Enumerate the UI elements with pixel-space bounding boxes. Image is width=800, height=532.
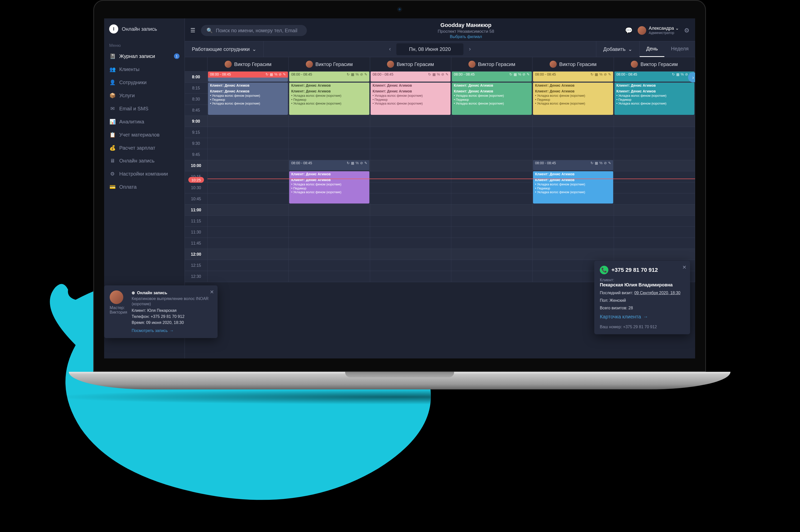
time-slot[interactable] bbox=[614, 238, 695, 249]
time-slot[interactable] bbox=[370, 127, 451, 138]
prev-day-button[interactable]: ‹ bbox=[383, 46, 396, 52]
search-input[interactable]: 🔍 Поиск по имени, номеру тел, Email bbox=[201, 25, 307, 36]
appointment-card[interactable]: Клиент: Денис АгимовКлиент: Денис Агимов… bbox=[615, 83, 694, 115]
time-slot[interactable] bbox=[289, 149, 370, 160]
time-slot[interactable] bbox=[614, 205, 695, 215]
logo[interactable]: I Онлайн запись bbox=[104, 18, 185, 40]
time-slot[interactable] bbox=[207, 271, 289, 282]
close-icon[interactable]: ✕ bbox=[682, 264, 687, 270]
time-slot[interactable] bbox=[207, 171, 289, 182]
add-button[interactable]: Добавить ⌄ bbox=[596, 41, 640, 57]
appointment-card[interactable]: 08:00 - 08:45↻▦%⊘✎ bbox=[289, 72, 369, 82]
time-slot[interactable] bbox=[370, 271, 451, 282]
time-slot[interactable]: Клиент: Денис АгимовКлиент: Денис Агимов… bbox=[532, 171, 614, 182]
time-slot[interactable]: 08:00 - 08:45↻▦%⊘✎ bbox=[289, 160, 370, 171]
appointment-card[interactable]: Клиент: Денис АгимовКлиент: Денис Агимов… bbox=[533, 83, 613, 115]
time-slot[interactable] bbox=[370, 193, 451, 204]
appointment-card[interactable]: 08:00 - 08:45↻▦%⊘✎ bbox=[452, 72, 532, 82]
time-slot[interactable] bbox=[614, 127, 695, 138]
sidebar-item[interactable]: 📓Журнал записи1 bbox=[104, 50, 185, 63]
time-slot[interactable] bbox=[289, 116, 370, 127]
time-slot[interactable]: Клиент: Денис АгимовКлиент: Денис Агимов… bbox=[451, 83, 532, 93]
time-slot[interactable] bbox=[207, 127, 289, 138]
time-slot[interactable] bbox=[289, 249, 370, 260]
gear-icon[interactable]: ⚙ bbox=[684, 27, 690, 34]
time-slot[interactable] bbox=[532, 138, 614, 149]
time-slot[interactable] bbox=[207, 183, 289, 193]
time-slot[interactable] bbox=[370, 183, 451, 193]
time-slot[interactable] bbox=[370, 227, 451, 238]
time-slot[interactable] bbox=[532, 205, 614, 215]
sidebar-item[interactable]: 📋Учет материалов bbox=[104, 128, 185, 141]
sidebar-item[interactable]: 💳Оплата bbox=[104, 180, 185, 193]
staff-column-header[interactable]: Виктор Герасим bbox=[451, 57, 532, 71]
time-slot[interactable] bbox=[451, 149, 532, 160]
time-slot[interactable] bbox=[207, 138, 289, 149]
sidebar-item[interactable]: 📊Аналитика bbox=[104, 115, 185, 128]
appointment-card[interactable]: 08:00 - 08:45↻▦%⊘✎ bbox=[289, 160, 369, 170]
sidebar-item[interactable]: 📦Услуги bbox=[104, 89, 185, 102]
time-slot[interactable] bbox=[207, 205, 289, 215]
time-slot[interactable] bbox=[207, 260, 289, 271]
time-slot[interactable]: 08:00 - 08:45↻▦%⊘✎ bbox=[451, 72, 532, 82]
chat-icon[interactable]: 💬 bbox=[625, 27, 633, 34]
sidebar-item[interactable]: 👤Сотрудники bbox=[104, 76, 185, 89]
time-slot[interactable] bbox=[207, 249, 289, 260]
time-slot[interactable]: Клиент: Денис АгимовКлиент: Денис Агимов… bbox=[289, 83, 370, 93]
appointment-card[interactable]: Клиент: Денис АгимовКлиент: Денис Агимов… bbox=[208, 83, 288, 115]
appointment-card[interactable]: 08:00 - 08:45↻▦%⊘✎ bbox=[533, 160, 613, 170]
time-slot[interactable] bbox=[451, 193, 532, 204]
time-slot[interactable] bbox=[289, 138, 370, 149]
time-slot[interactable] bbox=[451, 171, 532, 182]
time-slot[interactable] bbox=[451, 238, 532, 249]
time-slot[interactable] bbox=[614, 149, 695, 160]
time-slot[interactable]: Клиент: Денис АгимовКлиент: Денис Агимов… bbox=[207, 83, 289, 93]
time-slot[interactable] bbox=[614, 227, 695, 238]
time-slot[interactable] bbox=[532, 249, 614, 260]
time-slot[interactable]: 08:00 - 08:45↻▦%⊘✎ bbox=[370, 72, 451, 82]
time-slot[interactable] bbox=[370, 238, 451, 249]
appointment-card[interactable]: Клиент: Денис АгимовКлиент: Денис Агимов… bbox=[452, 83, 532, 115]
time-slot[interactable] bbox=[532, 149, 614, 160]
next-day-button[interactable]: › bbox=[463, 46, 476, 52]
time-slot[interactable] bbox=[614, 160, 695, 171]
time-slot[interactable] bbox=[614, 183, 695, 193]
time-slot[interactable]: Клиент: Денис АгимовКлиент: Денис Агимов… bbox=[289, 171, 370, 182]
time-slot[interactable] bbox=[532, 116, 614, 127]
time-slot[interactable] bbox=[207, 149, 289, 160]
appointment-card[interactable]: Клиент: Денис АгимовКлиент: Денис Агимов… bbox=[289, 171, 369, 204]
sidebar-item[interactable]: ✉Email и SMS bbox=[104, 102, 185, 115]
time-slot[interactable] bbox=[289, 260, 370, 271]
time-slot[interactable] bbox=[207, 216, 289, 226]
appointment-card[interactable]: Клиент: Денис АгимовКлиент: Денис Агимов… bbox=[289, 83, 369, 115]
time-slot[interactable] bbox=[289, 216, 370, 226]
time-slot[interactable]: Клиент: Денис АгимовКлиент: Денис Агимов… bbox=[614, 83, 695, 93]
sidebar-item[interactable]: 💰Расчет зарплат bbox=[104, 141, 185, 154]
time-slot[interactable] bbox=[451, 160, 532, 171]
time-slot[interactable] bbox=[370, 171, 451, 182]
sidebar-item[interactable]: 👥Клиенты bbox=[104, 63, 185, 76]
staff-column-header[interactable]: Виктор Герасим bbox=[289, 57, 370, 71]
time-slot[interactable] bbox=[614, 193, 695, 204]
tab-day[interactable]: День bbox=[640, 41, 665, 57]
time-slot[interactable]: 08:00 - 08:45↻▦%⊘✎ bbox=[532, 160, 614, 171]
appointment-card[interactable]: 08:00 - 08:45↻▦%⊘✎ bbox=[533, 72, 613, 82]
view-appointment-link[interactable]: Посмотреть запись → bbox=[185, 328, 212, 333]
client-card-link[interactable]: Карточка клиента → bbox=[600, 314, 685, 320]
time-slot[interactable] bbox=[370, 249, 451, 260]
sidebar-item[interactable]: 🖥Онлайн запись bbox=[104, 154, 185, 167]
time-slot[interactable] bbox=[451, 116, 532, 127]
time-slot[interactable] bbox=[614, 216, 695, 226]
time-slot[interactable] bbox=[370, 138, 451, 149]
time-slot[interactable] bbox=[451, 205, 532, 215]
time-slot[interactable] bbox=[289, 238, 370, 249]
close-icon[interactable]: ✕ bbox=[210, 289, 214, 295]
time-slot[interactable] bbox=[289, 205, 370, 215]
user-menu[interactable]: Александра ⌄ Администратор bbox=[638, 26, 679, 35]
time-slot[interactable] bbox=[207, 193, 289, 204]
time-slot[interactable] bbox=[370, 205, 451, 215]
time-slot[interactable]: Клиент: Денис АгимовКлиент: Денис Агимов… bbox=[532, 83, 614, 93]
menu-toggle-icon[interactable]: ☰ bbox=[190, 27, 195, 34]
time-slot[interactable]: Клиент: Денис АгимовКлиент: Денис Агимов… bbox=[370, 83, 451, 93]
time-slot[interactable] bbox=[451, 138, 532, 149]
